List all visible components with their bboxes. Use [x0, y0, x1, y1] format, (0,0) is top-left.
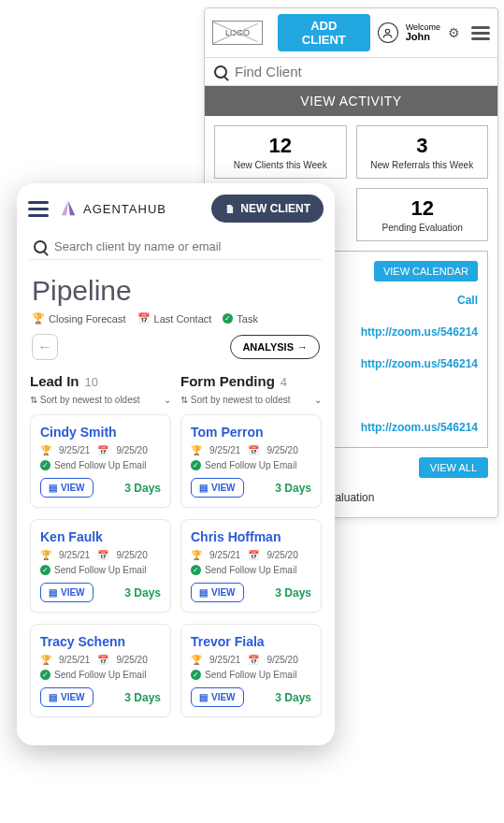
logo-text: LOGO	[225, 28, 250, 37]
check-icon: ✓	[40, 565, 50, 575]
pipeline-column: Form Pending4 ⇅ Sort by newest to oldest…	[180, 373, 322, 729]
analysis-button[interactable]: ANALYSIS→	[230, 335, 320, 359]
client-name[interactable]: Chris Hoffman	[191, 529, 311, 544]
zoom-link[interactable]: http://zoom.us/546214	[361, 357, 478, 370]
days-label: 3 Days	[275, 482, 311, 495]
card-footer: ▤VIEW 3 Days	[40, 583, 161, 602]
card-dates: 🏆9/25/21📅9/25/20	[191, 655, 311, 665]
hamburger-icon[interactable]	[28, 197, 49, 221]
welcome-block: Welcome John	[406, 23, 440, 42]
check-icon: ✓	[191, 460, 201, 470]
arrow-right-icon: →	[297, 341, 308, 353]
days-label: 3 Days	[275, 586, 311, 599]
client-card: Trevor Fiala 🏆9/25/21📅9/25/20 ✓Send Foll…	[180, 624, 322, 717]
client-card: Ken Faulk 🏆9/25/21📅9/25/20 ✓Send Follow …	[30, 519, 171, 613]
card-footer: ▤VIEW 3 Days	[40, 687, 161, 707]
calendar-icon: 📅	[137, 312, 151, 325]
client-name[interactable]: Tracy Schenn	[40, 634, 161, 649]
trophy-icon: 🏆	[191, 655, 202, 665]
trophy-icon: 🏆	[191, 445, 202, 455]
search-input[interactable]	[54, 239, 318, 253]
days-label: 3 Days	[124, 691, 161, 704]
legend-contact: 📅Last Contact	[137, 312, 212, 325]
add-client-button[interactable]: ADD CLIENT	[278, 14, 370, 51]
view-calendar-button[interactable]: VIEW CALENDAR	[374, 261, 478, 282]
back-button[interactable]: ←	[32, 334, 58, 360]
view-button[interactable]: ▤VIEW	[191, 583, 244, 602]
check-icon: ✓	[40, 670, 50, 680]
search-icon	[214, 65, 227, 79]
find-client-input[interactable]	[235, 64, 488, 79]
card-dates: 🏆9/25/21📅9/25/20	[191, 445, 311, 455]
legend-forecast: 🏆Closing Forecast	[32, 312, 126, 325]
view-button[interactable]: ▤VIEW	[191, 687, 244, 707]
file-icon: ▤	[199, 692, 208, 702]
days-label: 3 Days	[124, 482, 161, 495]
new-client-button[interactable]: NEW CLIENT	[211, 195, 324, 223]
calendar-icon: 📅	[248, 445, 259, 455]
calendar-icon: 📅	[97, 655, 108, 665]
view-button[interactable]: ▤VIEW	[40, 478, 94, 498]
card-footer: ▤VIEW 3 Days	[191, 478, 311, 498]
welcome-name: John	[406, 31, 430, 42]
view-button[interactable]: ▤VIEW	[191, 478, 244, 498]
file-icon: ▤	[199, 483, 208, 493]
file-icon: ▤	[49, 483, 57, 493]
trophy-icon: 🏆	[40, 445, 51, 455]
column-header: Lead In10	[30, 373, 171, 389]
gear-icon[interactable]: ⚙	[448, 25, 460, 40]
front-panel: AGENTAHUB NEW CLIENT Pipeline 🏆Closing F…	[17, 183, 335, 745]
view-all-button[interactable]: VIEW ALL	[419, 457, 488, 478]
svg-point-0	[385, 29, 389, 33]
calendar-icon: 📅	[248, 550, 259, 560]
card-footer: ▤VIEW 3 Days	[40, 478, 161, 498]
legend: 🏆Closing Forecast 📅Last Contact ✓Task	[32, 312, 320, 325]
zoom-link[interactable]: http://zoom.us/546214	[361, 421, 478, 434]
trophy-icon: 🏆	[40, 550, 51, 560]
legend-task: ✓Task	[223, 312, 258, 325]
view-button[interactable]: ▤VIEW	[40, 687, 94, 707]
trophy-icon: 🏆	[40, 655, 51, 665]
stat-number: 3	[361, 134, 484, 158]
sort-dropdown[interactable]: ⇅ Sort by newest to oldest⌄	[30, 395, 171, 405]
stat-number: 12	[361, 196, 483, 221]
stat-card: 3New Referrals this Week	[356, 125, 489, 179]
call-link[interactable]: Call	[457, 294, 478, 307]
nav-row: ← ANALYSIS→	[32, 334, 320, 360]
client-name[interactable]: Tom Perron	[191, 425, 311, 440]
avatar[interactable]	[378, 22, 398, 43]
search-icon	[34, 240, 47, 253]
file-icon: ▤	[49, 692, 57, 702]
trophy-icon: 🏆	[191, 550, 202, 560]
page-title: Pipeline	[32, 275, 320, 307]
sort-dropdown[interactable]: ⇅ Sort by newest to oldest⌄	[180, 395, 322, 405]
client-card: Chris Hoffman 🏆9/25/21📅9/25/20 ✓Send Fol…	[180, 519, 322, 613]
card-dates: 🏆9/25/21📅9/25/20	[40, 655, 161, 665]
check-icon: ✓	[40, 460, 50, 470]
calendar-icon: 📅	[97, 445, 108, 455]
chevron-down-icon: ⌄	[314, 395, 322, 405]
client-name[interactable]: Cindy Smith	[40, 425, 161, 440]
find-client-bar	[205, 57, 497, 86]
card-dates: 🏆9/25/21📅9/25/20	[191, 550, 311, 560]
file-icon	[224, 204, 235, 214]
stat-number: 12	[219, 134, 342, 158]
hamburger-icon[interactable]	[471, 23, 490, 43]
card-task: ✓Send Follow Up Email	[40, 670, 161, 680]
client-name[interactable]: Trevor Fiala	[191, 634, 311, 649]
stat-label: New Referrals this Week	[361, 160, 484, 170]
pipeline-columns: Lead In10 ⇅ Sort by newest to oldest⌄ Ci…	[30, 373, 322, 729]
card-dates: 🏆9/25/21📅9/25/20	[40, 550, 161, 560]
stats-row-1: 12New Clients this Week3New Referrals th…	[205, 116, 497, 188]
pipeline-column: Lead In10 ⇅ Sort by newest to oldest⌄ Ci…	[30, 373, 171, 729]
client-name[interactable]: Ken Faulk	[40, 529, 161, 544]
search-bar	[30, 234, 322, 260]
view-button[interactable]: ▤VIEW	[40, 583, 94, 602]
calendar-icon: 📅	[97, 550, 108, 560]
calendar-icon: 📅	[248, 655, 259, 665]
zoom-link[interactable]: http://zoom.us/546214	[361, 325, 478, 339]
view-activity-bar[interactable]: VIEW ACTIVITY	[205, 86, 497, 116]
stat-label: New Clients this Week	[219, 160, 342, 170]
card-task: ✓Send Follow Up Email	[40, 460, 161, 470]
stat-label: Pending Evaluation	[361, 223, 483, 233]
